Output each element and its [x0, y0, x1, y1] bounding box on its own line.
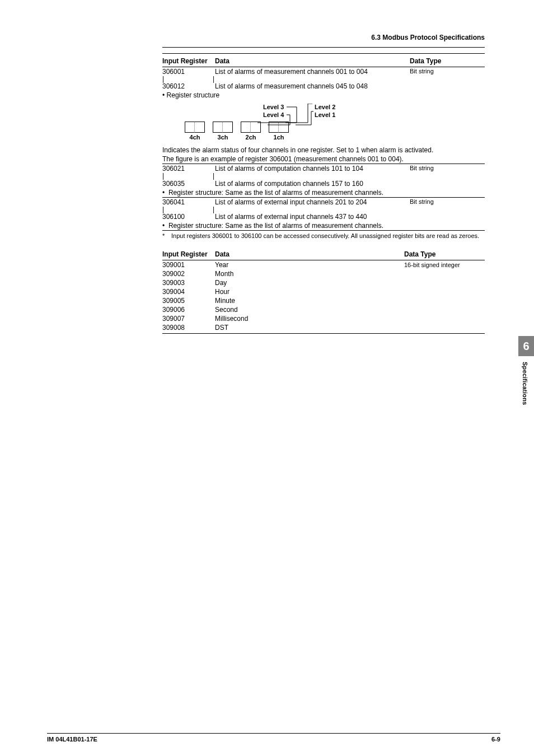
- t2-r3-data: Hour: [215, 287, 404, 296]
- input-register-table-1: Input Register Data Data Type 306001 Lis…: [162, 56, 485, 230]
- t1-r5-reg: 306041: [162, 197, 215, 207]
- t2-r3-reg: 309004: [162, 287, 215, 296]
- label-level4: Level 4: [263, 111, 284, 118]
- page-footer: IM 04L41B01-17E 6-9: [47, 733, 500, 743]
- label-level2: Level 2: [315, 104, 335, 110]
- chapter-label: Specifications: [522, 362, 528, 405]
- table-row: 309005 Minute: [162, 296, 485, 305]
- vert-bar-icon: |: [162, 207, 213, 212]
- label-2ch: 2ch: [241, 134, 261, 141]
- t1-bullet-register-structure: • Register structure: [162, 91, 485, 100]
- t2-r0-type: 16-bit signed integer: [404, 260, 485, 270]
- footnote-text: Input registers 306001 to 306100 can be …: [171, 232, 485, 239]
- label-level3: Level 3: [263, 104, 284, 110]
- t1-r3-data: List of alarms of computation channels 1…: [215, 164, 410, 174]
- table-row: ||: [162, 207, 485, 212]
- side-tab: 6 Specifications: [516, 336, 534, 448]
- table-row: 306021 List of alarms of computation cha…: [162, 164, 485, 174]
- t1-r6-data: List of alarms of external input channel…: [215, 212, 410, 221]
- label-1ch: 1ch: [269, 134, 289, 141]
- t1-bullet3: • Register structure: Same as the list o…: [162, 221, 485, 230]
- t2-r3-type: [404, 287, 485, 296]
- table-row: 306035 List of alarms of computation cha…: [162, 179, 485, 188]
- t1-bullet2-text: Register structure: Same as the list of …: [168, 189, 383, 197]
- t1-bullet3-text: Register structure: Same as the list of …: [168, 222, 383, 230]
- t2-r4-data: Minute: [215, 296, 404, 305]
- table-row: 306100 List of alarms of external input …: [162, 212, 485, 221]
- t2-r4-type: [404, 296, 485, 305]
- t2-r6-reg: 309007: [162, 314, 215, 323]
- table-row: 309004 Hour: [162, 287, 485, 296]
- t2-r6-data: Millisecond: [215, 314, 404, 323]
- vert-bar-icon: |: [213, 207, 214, 212]
- vert-bar-icon: |: [213, 77, 214, 81]
- t2-r2-reg: 309003: [162, 278, 215, 287]
- t2-r0-data: Year: [215, 260, 404, 270]
- vert-bar-icon: |: [162, 174, 213, 178]
- table-row: ||: [162, 173, 485, 179]
- footer-doc-id: IM 04L41B01-17E: [47, 736, 97, 743]
- t1-desc1: Indicates the alarm status of four chann…: [162, 146, 485, 155]
- t2-r5-reg: 309006: [162, 305, 215, 314]
- t2-head-type: Data Type: [404, 249, 485, 260]
- t1-r1-reg: 306001: [162, 67, 215, 77]
- t1-r2-data: List of alarms of measurement channels 0…: [215, 82, 410, 91]
- t2-r7-data: DST: [215, 323, 404, 334]
- table-row: 309001 Year 16-bit signed integer: [162, 260, 485, 270]
- table-row: ||: [162, 76, 485, 82]
- input-register-table-2: Input Register Data Data Type 309001 Yea…: [162, 249, 485, 334]
- t2-r7-type: [404, 323, 485, 334]
- t1-r3-reg: 306021: [162, 164, 215, 174]
- t2-r2-data: Day: [215, 278, 404, 287]
- table-row: 309007 Millisecond: [162, 314, 485, 323]
- t1-bullet2: • Register structure: Same as the list o…: [162, 188, 485, 198]
- table-row: 309003 Day: [162, 278, 485, 287]
- table-row: 306012 List of alarms of measurement cha…: [162, 82, 485, 91]
- label-3ch: 3ch: [213, 134, 233, 141]
- t1-r2-reg: 306012: [162, 82, 215, 91]
- t1-head-data: Data: [215, 56, 410, 67]
- t1-r3-type: Bit string: [410, 164, 485, 174]
- t1-head-type: Data Type: [410, 56, 485, 67]
- t1-desc2: The figure is an example of register 306…: [162, 155, 485, 164]
- t1-r4-data: List of alarms of computation channels 1…: [215, 179, 410, 188]
- t2-r5-type: [404, 305, 485, 314]
- t1-r6-reg: 306100: [162, 212, 215, 221]
- table-row: 306041 List of alarms of external input …: [162, 197, 485, 207]
- register-structure-figure: Level 3 Level 4 Level 2 Level 1: [162, 104, 483, 141]
- table-row: 309002 Month: [162, 269, 485, 278]
- chapter-number: 6: [518, 336, 534, 356]
- t2-r6-type: [404, 314, 485, 323]
- t2-r5-data: Second: [215, 305, 404, 314]
- t2-r0-reg: 309001: [162, 260, 215, 270]
- section-heading: 6.3 Modbus Protocol Specifications: [162, 34, 485, 44]
- label-4ch: 4ch: [185, 134, 205, 141]
- footer-page-number: 6-9: [491, 736, 500, 743]
- t1-r5-data: List of alarms of external input channel…: [215, 197, 410, 207]
- t2-head-data: Data: [215, 249, 404, 260]
- label-level1: Level 1: [315, 111, 335, 118]
- vert-bar-icon: |: [162, 77, 213, 81]
- t2-r4-reg: 309005: [162, 296, 215, 305]
- table-row: 309006 Second: [162, 305, 485, 314]
- vert-bar-icon: |: [213, 174, 214, 178]
- t1-r1-data: List of alarms of measurement channels 0…: [215, 67, 410, 77]
- table-row: 309008 DST: [162, 323, 485, 334]
- t2-r1-reg: 309002: [162, 269, 215, 278]
- t2-r1-type: [404, 269, 485, 278]
- t2-r7-reg: 309008: [162, 323, 215, 334]
- t1-head-register: Input Register: [162, 56, 215, 67]
- footnote: * Input registers 306001 to 306100 can b…: [162, 230, 485, 239]
- t2-r1-data: Month: [215, 269, 404, 278]
- table-row: 306001 List of alarms of measurement cha…: [162, 67, 485, 77]
- t1-r1-type: Bit string: [410, 67, 485, 77]
- t1-r5-type: Bit string: [410, 197, 485, 207]
- t2-r2-type: [404, 278, 485, 287]
- t1-r4-reg: 306035: [162, 179, 215, 188]
- t2-head-register: Input Register: [162, 249, 215, 260]
- footnote-asterisk: *: [162, 232, 171, 239]
